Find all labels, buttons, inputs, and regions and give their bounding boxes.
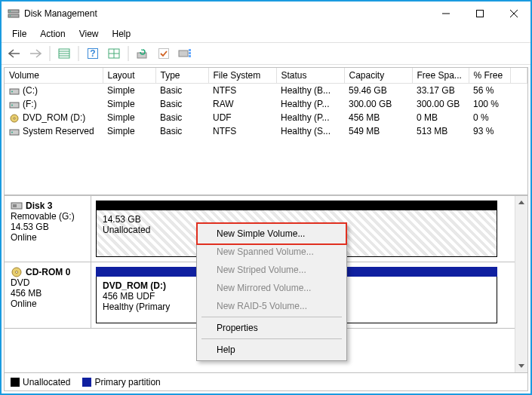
- disk3-sub2: 14.53 GB: [11, 222, 85, 232]
- legend-primary: Primary partition: [82, 377, 160, 387]
- svg-rect-26: [10, 89, 19, 94]
- maximize-button[interactable]: [463, 2, 497, 25]
- svg-point-27: [11, 90, 13, 92]
- col-status[interactable]: Status: [276, 68, 344, 84]
- drive-icon: [9, 127, 20, 136]
- disk-list-icon[interactable]: [176, 44, 194, 63]
- drive-icon: [9, 87, 20, 96]
- cdrom-name: CD-ROM 0: [26, 267, 70, 277]
- svg-point-31: [14, 118, 15, 119]
- dvd-icon: [9, 114, 20, 123]
- cdrom-icon: [11, 267, 23, 277]
- disk-info-cdrom[interactable]: CD-ROM 0 DVD 456 MB Online: [5, 262, 91, 328]
- disk3-sub3: Online: [11, 232, 85, 243]
- cdrom-sub3: Online: [11, 299, 85, 309]
- table-row[interactable]: DVD_ROM (D:)SimpleBasicUDFHealthy (P...4…: [5, 111, 527, 124]
- svg-rect-32: [10, 130, 19, 135]
- minimize-button[interactable]: [429, 2, 463, 25]
- col-type[interactable]: Type: [155, 68, 208, 84]
- content-area: Volume Layout Type File System Status Ca…: [4, 67, 528, 391]
- back-button[interactable]: [5, 44, 23, 63]
- svg-rect-28: [10, 103, 19, 108]
- view-list-icon[interactable]: [55, 44, 73, 63]
- menu-file[interactable]: File: [6, 27, 32, 41]
- scroll-down-icon[interactable]: [515, 360, 527, 372]
- cdrom-sub2: 456 MB: [11, 288, 85, 299]
- menu-view[interactable]: View: [73, 27, 105, 41]
- apply-icon[interactable]: [155, 44, 173, 63]
- ctx-new-simple-volume[interactable]: New Simple Volume...: [198, 225, 345, 243]
- svg-text:?: ?: [90, 48, 95, 59]
- legend: Unallocated Primary partition: [5, 372, 527, 390]
- forward-button[interactable]: [26, 44, 45, 63]
- separator: [126, 44, 131, 63]
- separator: [48, 44, 52, 63]
- svg-rect-23: [189, 49, 191, 51]
- volume-table-wrap: Volume Layout Type File System Status Ca…: [5, 68, 527, 196]
- disk-management-window: Disk Management File Action View Help ? …: [0, 0, 532, 395]
- toolbar: ?: [2, 42, 530, 65]
- help-icon[interactable]: ?: [84, 44, 102, 63]
- menu-help[interactable]: Help: [106, 27, 137, 41]
- drive-icon: [9, 100, 20, 109]
- ctx-properties[interactable]: Properties: [198, 319, 345, 337]
- app-icon: [8, 8, 20, 20]
- disk-graphic-area: Disk 3 Removable (G:) 14.53 GB Online 14…: [5, 196, 527, 372]
- svg-rect-5: [476, 11, 483, 17]
- col-free[interactable]: Free Spa...: [412, 68, 469, 84]
- ctx-new-striped-volume: New Striped Volume...: [198, 261, 345, 279]
- scroll-up-icon[interactable]: [515, 196, 527, 209]
- svg-rect-21: [159, 49, 169, 59]
- col-capacity[interactable]: Capacity: [344, 68, 412, 84]
- cdrom-sub1: DVD: [11, 277, 85, 288]
- disk-info-disk3[interactable]: Disk 3 Removable (G:) 14.53 GB Online: [5, 196, 91, 262]
- ctx-new-spanned-volume: New Spanned Volume...: [198, 243, 345, 261]
- disk3-sub1: Removable (G:): [11, 211, 85, 222]
- ctx-help[interactable]: Help: [198, 341, 345, 359]
- legend-unallocated: Unallocated: [11, 377, 70, 387]
- col-layout[interactable]: Layout: [103, 68, 155, 84]
- close-button[interactable]: [497, 2, 530, 25]
- table-row[interactable]: (F:)SimpleBasicRAWHealthy (P...300.00 GB…: [5, 97, 527, 111]
- menubar: File Action View Help: [2, 26, 530, 42]
- svg-rect-25: [189, 55, 191, 57]
- scrollbar[interactable]: [515, 196, 527, 372]
- col-fs[interactable]: File System: [208, 68, 276, 84]
- grid-icon[interactable]: [105, 44, 123, 63]
- removable-disk-icon: [11, 201, 23, 210]
- menu-action[interactable]: Action: [34, 27, 71, 41]
- svg-rect-35: [13, 204, 17, 207]
- ctx-new-raid5-volume: New RAID-5 Volume...: [198, 297, 345, 315]
- separator: [76, 44, 81, 63]
- svg-point-2: [10, 11, 11, 12]
- svg-point-29: [11, 104, 13, 106]
- svg-rect-22: [179, 51, 188, 57]
- svg-point-3: [10, 15, 11, 17]
- context-menu: New Simple Volume... New Spanned Volume.…: [196, 222, 347, 361]
- table-row[interactable]: (C:)SimpleBasicNTFSHealthy (B...59.46 GB…: [5, 84, 527, 98]
- svg-point-33: [11, 131, 13, 133]
- col-volume[interactable]: Volume: [5, 68, 103, 84]
- window-title: Disk Management: [24, 8, 429, 19]
- volume-table: Volume Layout Type File System Status Ca…: [5, 68, 527, 138]
- col-spacer: [510, 68, 527, 84]
- ctx-new-mirrored-volume: New Mirrored Volume...: [198, 279, 345, 297]
- col-pct[interactable]: % Free: [469, 68, 510, 84]
- svg-point-37: [16, 271, 18, 274]
- disk3-name: Disk 3: [26, 201, 52, 211]
- svg-rect-24: [189, 52, 191, 54]
- table-row[interactable]: System ReservedSimpleBasicNTFSHealthy (S…: [5, 124, 527, 138]
- refresh-disk-icon[interactable]: [134, 44, 152, 63]
- titlebar: Disk Management: [2, 2, 530, 26]
